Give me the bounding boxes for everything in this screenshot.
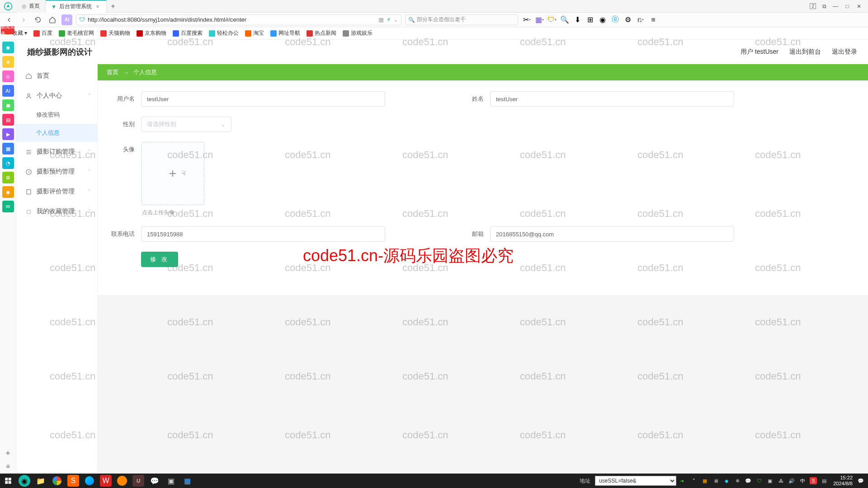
sidebar-item-review[interactable]: 摄影评价管理 ˅ bbox=[16, 182, 97, 202]
close-icon[interactable]: × bbox=[94, 4, 101, 10]
maximize-button[interactable]: □ bbox=[844, 4, 850, 9]
gear-icon[interactable]: ⚙ bbox=[623, 15, 633, 25]
tray-chevron-icon[interactable]: ˄ bbox=[690, 477, 698, 484]
taskbar-app[interactable]: ▣ bbox=[163, 474, 179, 488]
os-icon[interactable]: ◔ bbox=[2, 157, 14, 169]
header-logout[interactable]: 退出登录 bbox=[832, 48, 857, 56]
reload-button[interactable] bbox=[33, 14, 43, 25]
chrome-icon[interactable]: ◉ bbox=[598, 15, 608, 25]
sidebar-item-reservation[interactable]: 摄影预约管理 ˅ bbox=[16, 162, 97, 182]
tray-icon[interactable]: S bbox=[810, 477, 817, 484]
cut-icon[interactable]: ✂▾ bbox=[522, 15, 532, 25]
grid-icon[interactable]: ▦▾ bbox=[534, 15, 544, 25]
add-button[interactable]: + bbox=[5, 449, 10, 458]
taskbar-app[interactable]: IJ bbox=[132, 475, 144, 487]
os-icon[interactable]: ✿ bbox=[2, 172, 14, 183]
bookmark-item[interactable]: 游戏娱乐 bbox=[343, 29, 373, 37]
tray-icon[interactable]: ▦ bbox=[701, 477, 708, 484]
tray-network-icon[interactable]: 🖧 bbox=[777, 477, 784, 484]
taskbar-app[interactable]: ▦ bbox=[179, 474, 195, 488]
download-icon[interactable]: ⬇ bbox=[572, 15, 582, 25]
new-tab-button[interactable]: + bbox=[107, 2, 119, 10]
tray-volume-icon[interactable]: 🔊 bbox=[788, 477, 795, 484]
tray-icon[interactable]: 💬 bbox=[745, 477, 752, 484]
flash-icon[interactable]: ⚡︎ bbox=[387, 16, 391, 23]
os-icon[interactable]: ◉ bbox=[2, 186, 14, 198]
tray-icon[interactable]: 🛡 bbox=[755, 477, 763, 484]
username-input[interactable] bbox=[141, 91, 385, 107]
tray-icon[interactable]: ▤ bbox=[821, 477, 828, 484]
os-icon[interactable]: ▶ bbox=[2, 128, 14, 140]
chevron-down-icon[interactable]: ⌄ bbox=[393, 16, 398, 23]
sidebar-item-order[interactable]: 摄影订购管理 ˅ bbox=[16, 142, 97, 162]
taskbar-app[interactable]: 📁 bbox=[33, 474, 49, 488]
bookmark-item[interactable]: 淘宝 bbox=[245, 29, 264, 37]
breadcrumb-home[interactable]: 首页 bbox=[107, 68, 118, 76]
taskbar-app[interactable] bbox=[114, 474, 130, 488]
header-user[interactable]: 用户 testUser bbox=[741, 48, 778, 56]
taskbar-go-icon[interactable]: ➜ bbox=[680, 478, 684, 484]
restore-icon[interactable]: ⎌▾ bbox=[636, 15, 646, 25]
shield2-icon[interactable]: 🛡▾ bbox=[547, 15, 557, 25]
os-icon[interactable]: ▦ bbox=[2, 143, 14, 155]
tray-icon[interactable]: ▣ bbox=[766, 477, 774, 484]
bookmark-item[interactable]: 京东购物 bbox=[137, 29, 166, 37]
close-button[interactable]: ✕ bbox=[856, 4, 862, 9]
sidebar-item-home[interactable]: 首页 bbox=[16, 66, 97, 86]
taskbar-app[interactable] bbox=[49, 474, 65, 488]
list-button[interactable]: ≡ bbox=[6, 463, 9, 470]
back-button[interactable] bbox=[4, 14, 14, 25]
taskbar-app[interactable]: W bbox=[100, 475, 112, 487]
apps-icon[interactable]: ⊞ bbox=[585, 15, 595, 25]
phone-input[interactable] bbox=[141, 226, 385, 242]
bookmark-item[interactable]: 百度 bbox=[33, 29, 52, 37]
tray-icon[interactable]: ◆ bbox=[723, 477, 730, 484]
bookmark-item[interactable]: 热点新闻 bbox=[307, 29, 336, 37]
gender-select[interactable]: 请选择性别 ⌄ bbox=[141, 117, 231, 132]
qr-icon[interactable]: ▦ bbox=[378, 16, 384, 23]
taskbar-app[interactable]: 💬 bbox=[146, 474, 163, 488]
os-icon[interactable]: ▤ bbox=[2, 114, 14, 126]
taskbar-app[interactable]: S bbox=[67, 475, 79, 487]
start-button[interactable] bbox=[0, 474, 16, 488]
os-icon[interactable]: ◉ bbox=[2, 42, 14, 53]
menu-icon[interactable]: ≡ bbox=[648, 15, 658, 25]
name-input[interactable] bbox=[490, 91, 734, 107]
os-icon[interactable]: AI bbox=[2, 85, 14, 97]
ai-button[interactable]: AI bbox=[61, 14, 72, 25]
forward-button[interactable] bbox=[18, 14, 29, 25]
window-ext-icon[interactable]: ⧉ bbox=[822, 3, 826, 9]
taskbar-clock[interactable]: 15:22 2024/8/8 bbox=[833, 475, 853, 487]
zoom-icon[interactable]: 🔍 bbox=[560, 15, 570, 25]
tray-ime-icon[interactable]: 中 bbox=[799, 477, 806, 484]
ie-icon[interactable]: ⓔ bbox=[610, 15, 620, 25]
sidebar-sub-password[interactable]: 修改密码 bbox=[16, 106, 97, 124]
taskbar-select[interactable]: useSSL=false& bbox=[595, 476, 676, 486]
os-icon[interactable]: ★ bbox=[2, 56, 14, 68]
sidebar-item-favorite[interactable]: 我的收藏管理 ˅ bbox=[16, 202, 97, 221]
sidebar-sub-profile[interactable]: 个人信息 bbox=[16, 124, 97, 142]
bookmark-item[interactable]: 网址导航 bbox=[270, 29, 300, 37]
bookmark-item[interactable]: 老毛桃官网 bbox=[59, 29, 94, 37]
news-badge[interactable]: 新闻头条 bbox=[1, 26, 14, 34]
taskbar-app[interactable] bbox=[81, 474, 98, 488]
bookmark-item[interactable]: 天猫购物 bbox=[100, 29, 130, 37]
taskbar-app[interactable]: ◉ bbox=[19, 475, 30, 487]
header-to-front[interactable]: 退出到前台 bbox=[789, 48, 821, 56]
tab-admin[interactable]: ▼ 后台管理系统 × bbox=[46, 0, 107, 13]
os-icon[interactable]: ▣ bbox=[2, 99, 14, 111]
submit-button[interactable]: 修 改 bbox=[141, 252, 178, 267]
bookmark-item[interactable]: 轻松办公 bbox=[209, 29, 239, 37]
minimize-button[interactable]: — bbox=[833, 4, 838, 9]
url-input[interactable]: 🛡 http://localhost:8080/ssmyj1om/admin/d… bbox=[76, 14, 401, 25]
os-icon[interactable]: ✉ bbox=[2, 201, 14, 212]
avatar-uploader[interactable]: + ☟ bbox=[141, 142, 204, 205]
bookmark-item[interactable]: 百度搜索 bbox=[173, 29, 203, 37]
sidebar-item-personal[interactable]: 个人中心 ˄ bbox=[16, 86, 97, 106]
tray-icon[interactable]: ❄ bbox=[734, 477, 741, 484]
tray-notification-icon[interactable]: 💬 bbox=[857, 477, 864, 484]
tab-home[interactable]: ◎ 首页 bbox=[16, 0, 46, 13]
tray-icon[interactable]: 🖥 bbox=[712, 477, 719, 484]
os-icon[interactable]: ◎ bbox=[2, 70, 14, 82]
home-button[interactable] bbox=[47, 14, 58, 25]
